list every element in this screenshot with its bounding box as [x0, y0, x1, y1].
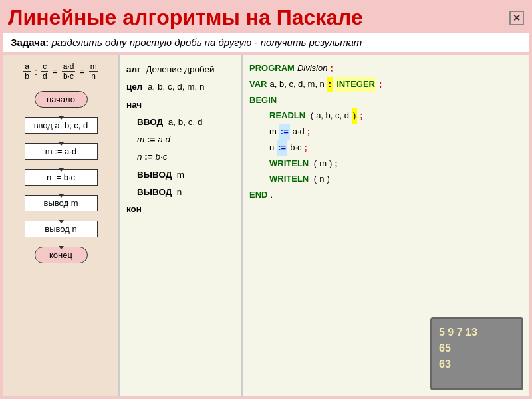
- alg-vvod-line: ВВОД a, b, c, d: [126, 114, 235, 130]
- alg-vyvod-m: ВЫВОД: [137, 170, 172, 180]
- var-vars: a, b, c, d, m, n: [269, 77, 324, 92]
- semi-n: ;: [305, 140, 307, 156]
- writeln1-open: (: [311, 156, 317, 172]
- code-end-line: END .: [249, 188, 522, 203]
- monitor-screen: 5 9 7 13 65 63: [439, 325, 515, 372]
- frac-ad-bd: a·d b·c: [62, 62, 76, 82]
- readln-args: a, b, c, d: [316, 108, 349, 124]
- alg-keyword: алг: [126, 65, 141, 74]
- fc-start: начало: [35, 91, 88, 108]
- alg-vvod-vars: a, b, c, d: [168, 117, 203, 127]
- frac-m-n: m n: [89, 62, 98, 82]
- code-readln-line: READLN ( a, b, c, d ) ;: [249, 108, 522, 124]
- alg-vars: a, b, c, d, m, n: [148, 82, 205, 92]
- content-area: a b : c d = a·d b·c = m n: [0, 55, 532, 399]
- fc-arrow-5: [61, 211, 62, 221]
- code-writeln2-line: WRITELN ( n ): [249, 172, 522, 187]
- readln-close: ): [352, 108, 357, 124]
- code-var-line: VAR a, b, c, d, m, n : INTEGER ;: [249, 77, 522, 92]
- mid-panel: алг Деление дробей цел a, b, c, d, m, n …: [119, 55, 242, 396]
- n-var: n: [269, 140, 274, 156]
- writeln1-close: ): [329, 156, 332, 172]
- flowchart: начало ввод a, b, c, d m := a·d n := b·c…: [25, 91, 98, 263]
- page-title: Линейные алгоритмы на Паскале: [8, 5, 363, 30]
- kw-integer: INTEGER: [335, 77, 376, 92]
- monitor-line-3: 63: [439, 356, 515, 372]
- alg-vvod: ВВОД: [137, 117, 163, 127]
- alg-vyvod-m-val: m: [177, 170, 184, 180]
- header: Линейные алгоритмы на Паскале ✕: [0, 0, 532, 33]
- alg-title: Деление дробей: [146, 65, 214, 74]
- kw-writeln-2: WRITELN: [269, 172, 309, 187]
- task-text: разделить одну простую дробь на другую -…: [49, 37, 362, 48]
- semi-readln: ;: [360, 108, 362, 124]
- assign-1: :=: [279, 124, 290, 140]
- monitor-line-2: 65: [439, 340, 515, 356]
- kw-var: VAR: [249, 77, 267, 92]
- code-m-assign-line: m := a·d ;: [249, 124, 522, 140]
- n-expr: b·c: [290, 140, 301, 156]
- alg-n-assign-text: n := b·c: [137, 152, 167, 162]
- close-button[interactable]: ✕: [509, 11, 524, 25]
- right-panel: PROGRAM Division ; VAR a, b, c, d, m, n …: [242, 55, 529, 396]
- writeln2-arg: n: [319, 172, 324, 187]
- kw-program: PROGRAM: [249, 61, 295, 76]
- left-panel: a b : c d = a·d b·c = m n: [3, 55, 119, 396]
- alg-cel: цел: [126, 82, 142, 92]
- monitor-line-1: 5 9 7 13: [439, 325, 515, 340]
- assign-2: :=: [277, 140, 287, 156]
- fc-arrow-2: [61, 134, 62, 143]
- kw-readln: READLN: [269, 108, 305, 124]
- writeln1-arg: m: [319, 156, 327, 172]
- alg-kon: кон: [126, 201, 235, 217]
- alg-m-assign: m := a·d: [126, 132, 235, 148]
- alg-n-assign: n := b·c: [126, 149, 235, 165]
- m-var: m: [269, 124, 277, 140]
- alg-vyvod-n-line: ВЫВОД n: [126, 184, 235, 200]
- code-begin-line: BEGIN: [249, 93, 522, 108]
- code-program-line: PROGRAM Division ;: [249, 61, 522, 76]
- colon: :: [327, 77, 332, 92]
- semi-m: ;: [307, 124, 310, 140]
- task-row: Задача: разделить одну простую дробь на …: [3, 33, 529, 52]
- semi-2: ;: [379, 77, 382, 92]
- formula-box: a b : c d = a·d b·c = m n: [5, 59, 118, 84]
- kw-begin: BEGIN: [249, 93, 277, 108]
- fc-arrow-3: [61, 160, 62, 169]
- alg-cel-line: цел a, b, c, d, m, n: [126, 79, 235, 95]
- task-label: Задача:: [11, 37, 49, 48]
- frac-c-d: c d: [41, 62, 49, 82]
- fc-arrow-4: [61, 186, 62, 195]
- end-dot: .: [270, 188, 273, 203]
- monitor-box: 5 9 7 13 65 63: [430, 317, 523, 390]
- fc-arrow-6: [61, 237, 62, 247]
- alg-m-assign-text: m := a·d: [137, 134, 170, 144]
- semi-1: ;: [330, 61, 332, 76]
- kw-writeln-1: WRITELN: [269, 156, 309, 172]
- alg-nach: нач: [126, 97, 235, 113]
- kw-end: END: [249, 188, 267, 203]
- alg-vyvod-m-line: ВЫВОД m: [126, 167, 235, 183]
- kw-division: Division: [297, 61, 328, 76]
- code-n-assign-line: n := b·c ;: [249, 140, 522, 156]
- writeln2-open: (: [311, 172, 317, 187]
- semi-writeln1: ;: [334, 156, 337, 172]
- fc-arrow-1: [61, 108, 62, 117]
- main-container: Линейные алгоритмы на Паскале ✕ Задача: …: [0, 0, 532, 399]
- writeln2-close: ): [327, 172, 329, 187]
- frac-a-b: a b: [23, 62, 31, 82]
- code-writeln1-line: WRITELN ( m ) ;: [249, 156, 522, 172]
- alg-header-line: алг Деление дробей: [126, 62, 235, 78]
- m-expr: a·d: [293, 124, 305, 140]
- alg-vyvod-n: ВЫВОД: [137, 187, 172, 197]
- alg-vyvod-n-val: n: [177, 187, 182, 197]
- readln-open: (: [308, 108, 313, 124]
